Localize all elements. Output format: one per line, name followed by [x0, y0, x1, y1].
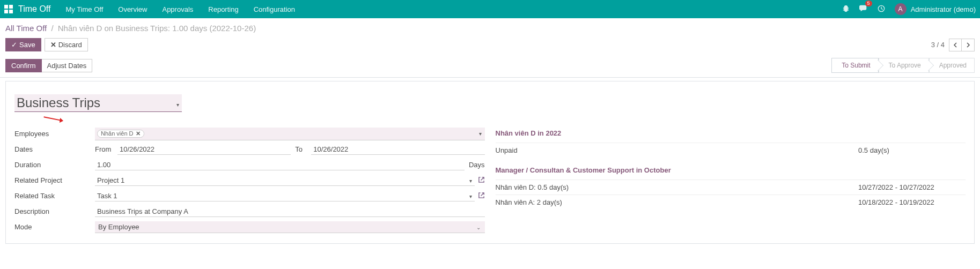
x-icon: ✕ — [50, 41, 56, 49]
debug-icon[interactable] — [842, 5, 850, 14]
label-dates: Dates — [14, 145, 95, 153]
row-dates: Dates From To — [14, 141, 485, 157]
save-button[interactable]: ✓ Save — [5, 38, 41, 51]
form-col-right: Nhân viên D in 2022 Unpaid 0.5 day(s) Ma… — [496, 126, 966, 235]
chevron-down-icon[interactable]: ▾ — [469, 193, 472, 199]
employee-tag: Nhân viên D ✕ — [97, 130, 144, 138]
label-related-project: Related Project — [14, 176, 95, 184]
summary-value-a: 10/18/2022 - 10/19/2022 — [858, 198, 966, 206]
breadcrumb-root[interactable]: All Time Off — [5, 24, 47, 33]
duration-unit: Days — [469, 161, 485, 169]
duration-input[interactable] — [95, 160, 465, 170]
chevron-down-icon[interactable]: ▾ — [176, 102, 179, 108]
value-related-task: ▾ — [95, 191, 485, 201]
related-project-input[interactable] — [95, 175, 475, 186]
value-duration: Days — [95, 160, 485, 170]
stage-to-approve[interactable]: To Approve — [879, 58, 929, 73]
nav-item-overview[interactable]: Overview — [118, 5, 147, 13]
date-to-input[interactable] — [311, 144, 484, 155]
row-related-project: Related Project ▾ — [14, 173, 485, 188]
summary-value-d: 10/27/2022 - 10/27/2022 — [858, 183, 966, 191]
nav-menu: My Time Off Overview Approvals Reporting… — [65, 5, 295, 13]
user-name: Administrator (demo) — [911, 5, 976, 13]
date-from-input[interactable] — [117, 144, 291, 155]
summary-title-2: Manager / Consultan & Customer Support i… — [496, 163, 966, 180]
time-off-type-input[interactable] — [14, 94, 182, 112]
nav-item-my-time-off[interactable]: My Time Off — [65, 5, 103, 13]
summary-row-d: Nhân viên D: 0.5 day(s) 10/27/2022 - 10/… — [496, 180, 966, 195]
value-employees: Nhân viên D ✕ ▾ — [95, 128, 485, 140]
summary-label-a: Nhân viên A: 2 day(s) — [496, 198, 859, 206]
summary-label-d: Nhân viên D: 0.5 day(s) — [496, 183, 859, 191]
activities-icon[interactable] — [878, 5, 885, 14]
label-mode: Mode — [14, 223, 95, 231]
external-link-icon[interactable] — [478, 192, 485, 200]
summary-title-1: Nhân viên D in 2022 — [496, 126, 966, 143]
top-nav-right: 5 A Administrator (demo) — [842, 3, 976, 15]
value-related-project: ▾ — [95, 175, 485, 186]
summary-row-unpaid: Unpaid 0.5 day(s) — [496, 143, 966, 158]
employees-field[interactable]: Nhân viên D ✕ ▾ — [95, 128, 485, 140]
date-row: From To — [95, 144, 485, 155]
external-link-icon[interactable] — [478, 176, 485, 185]
action-row: ✓ Save ✕ Discard 3 / 4 — [0, 35, 980, 56]
summary-department: Manager / Consultan & Customer Support i… — [496, 163, 966, 210]
form-grid: Employees Nhân viên D ✕ ▾ Dates From — [14, 126, 966, 235]
top-nav-left: Time Off My Time Off Overview Approvals … — [4, 4, 295, 14]
confirm-button[interactable]: Confirm — [5, 59, 42, 72]
statusbar-buttons: Confirm Adjust Dates — [5, 59, 92, 72]
stage-to-submit[interactable]: To Submit — [831, 58, 878, 73]
save-label: Save — [19, 41, 35, 49]
check-icon: ✓ — [11, 41, 17, 49]
pager-text[interactable]: 3 / 4 — [931, 41, 945, 49]
row-employees: Employees Nhân viên D ✕ ▾ — [14, 126, 485, 141]
chat-badge: 5 — [865, 1, 872, 6]
employee-tag-label: Nhân viên D — [101, 130, 134, 137]
apps-icon[interactable] — [4, 5, 13, 13]
breadcrumb: All Time Off / Nhân viên D on Business T… — [5, 24, 256, 33]
status-stages: To Submit To Approve Approved — [831, 58, 975, 73]
nav-item-reporting[interactable]: Reporting — [208, 5, 238, 13]
discard-button[interactable]: ✕ Discard — [45, 38, 88, 51]
nav-item-configuration[interactable]: Configuration — [254, 5, 295, 13]
summary-label-unpaid: Unpaid — [496, 146, 859, 154]
value-dates: From To — [95, 144, 485, 155]
value-mode: By Employee ⌄ — [95, 221, 485, 233]
row-related-task: Related Task ▾ — [14, 188, 485, 204]
breadcrumb-sep: / — [51, 24, 53, 33]
row-duration: Duration Days — [14, 157, 485, 173]
chevron-down-icon[interactable]: ▾ — [479, 131, 482, 137]
label-to: To — [295, 145, 307, 153]
title-field-wrap: ▾ — [14, 94, 966, 112]
tag-remove-icon[interactable]: ✕ — [136, 130, 141, 137]
pager-next[interactable] — [962, 39, 975, 51]
top-nav: Time Off My Time Off Overview Approvals … — [0, 0, 980, 18]
mode-select[interactable]: By Employee — [95, 221, 485, 233]
row-mode: Mode By Employee ⌄ — [14, 219, 485, 235]
pager-buttons — [949, 39, 975, 51]
app-title[interactable]: Time Off — [18, 4, 50, 14]
summary-value-unpaid: 0.5 day(s) — [858, 146, 966, 154]
mode-select-wrap: By Employee ⌄ — [95, 221, 485, 233]
stage-approved[interactable]: Approved — [929, 58, 975, 73]
nav-item-approvals[interactable]: Approvals — [162, 5, 193, 13]
pager-prev[interactable] — [949, 39, 962, 51]
summary-employee: Nhân viên D in 2022 Unpaid 0.5 day(s) — [496, 126, 966, 158]
statusbar-row: Confirm Adjust Dates To Submit To Approv… — [0, 56, 980, 78]
related-task-input[interactable] — [95, 191, 475, 201]
breadcrumb-row: All Time Off / Nhân viên D on Business T… — [0, 18, 980, 35]
label-from: From — [95, 145, 113, 153]
chevron-down-icon[interactable]: ▾ — [469, 177, 472, 183]
pager: 3 / 4 — [931, 39, 975, 51]
user-menu[interactable]: A Administrator (demo) — [895, 3, 976, 15]
avatar: A — [895, 3, 907, 15]
value-description — [95, 206, 485, 217]
label-related-task: Related Task — [14, 192, 95, 200]
chevron-left-icon — [953, 42, 957, 48]
label-employees: Employees — [14, 130, 95, 138]
label-duration: Duration — [14, 161, 95, 169]
chat-icon[interactable]: 5 — [859, 5, 868, 14]
summary-row-a: Nhân viên A: 2 day(s) 10/18/2022 - 10/19… — [496, 195, 966, 210]
description-input[interactable] — [95, 206, 485, 217]
adjust-dates-button[interactable]: Adjust Dates — [42, 59, 93, 72]
